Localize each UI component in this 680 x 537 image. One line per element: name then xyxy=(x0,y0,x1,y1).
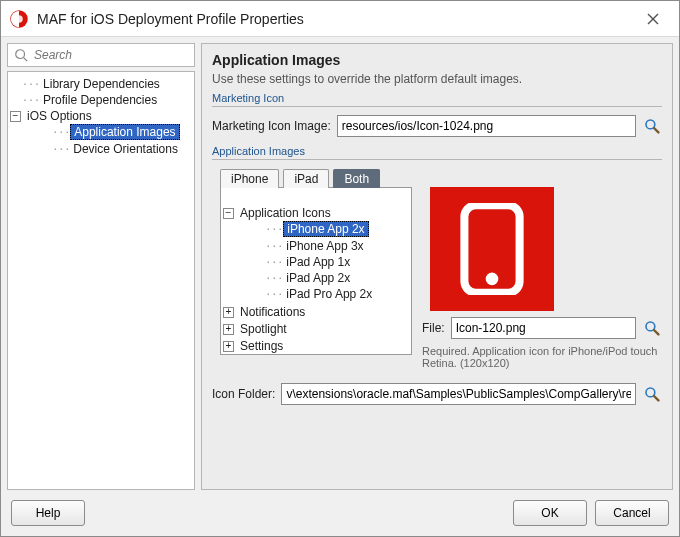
svg-point-9 xyxy=(486,273,499,286)
dialog-footer: Help OK Cancel xyxy=(1,490,679,536)
tab-iphone[interactable]: iPhone xyxy=(220,169,279,188)
close-button[interactable] xyxy=(635,1,671,37)
node-ipad-app-2x[interactable]: iPad App 2x xyxy=(283,271,353,285)
cancel-button[interactable]: Cancel xyxy=(595,500,669,526)
app-logo-icon xyxy=(9,9,29,29)
tab-ipad[interactable]: iPad xyxy=(283,169,329,188)
icon-preview xyxy=(430,187,554,311)
dialog-window: MAF for iOS Deployment Profile Propertie… xyxy=(0,0,680,537)
file-input[interactable] xyxy=(451,317,636,339)
browse-icon-folder-button[interactable] xyxy=(642,384,662,404)
svg-point-4 xyxy=(16,50,25,59)
node-iphone-app-3x[interactable]: iPhone App 3x xyxy=(283,239,366,253)
icon-folder-label: Icon Folder: xyxy=(212,387,275,401)
svg-point-1 xyxy=(15,15,23,23)
browse-file-button[interactable] xyxy=(642,318,662,338)
tree-collapse-icon[interactable]: − xyxy=(10,111,21,122)
nav-tree[interactable]: ···Library Dependencies ···Profile Depen… xyxy=(7,71,195,490)
nav-library-dependencies[interactable]: Library Dependencies xyxy=(40,77,163,91)
svg-line-13 xyxy=(654,396,658,400)
tree-expand-icon[interactable]: + xyxy=(223,341,234,352)
marketing-icon-input[interactable] xyxy=(337,115,636,137)
window-title: MAF for iOS Deployment Profile Propertie… xyxy=(37,11,635,27)
nav-application-images[interactable]: Application Images xyxy=(70,124,179,140)
nav-profile-dependencies[interactable]: Profile Dependencies xyxy=(40,93,160,107)
node-application-icons[interactable]: Application Icons xyxy=(237,206,334,220)
divider xyxy=(212,106,662,107)
tree-expand-icon[interactable]: + xyxy=(223,307,234,318)
file-label: File: xyxy=(422,321,445,335)
svg-line-11 xyxy=(654,330,658,334)
svg-line-5 xyxy=(24,58,28,62)
tab-both[interactable]: Both xyxy=(333,169,380,188)
search-input[interactable] xyxy=(32,47,188,63)
node-ipad-pro-app-2x[interactable]: iPad Pro App 2x xyxy=(283,287,375,301)
left-pane: ···Library Dependencies ···Profile Depen… xyxy=(7,43,195,490)
node-spotlight[interactable]: Spotlight xyxy=(237,322,290,336)
help-button[interactable]: Help xyxy=(11,500,85,526)
section-description: Use these settings to override the platf… xyxy=(212,72,662,86)
ok-button[interactable]: OK xyxy=(513,500,587,526)
node-notifications[interactable]: Notifications xyxy=(237,305,308,319)
icon-tree[interactable]: −Application Icons ···iPhone App 2x ···i… xyxy=(220,187,412,355)
node-settings[interactable]: Settings xyxy=(237,339,286,353)
file-note: Required. Application icon for iPhone/iP… xyxy=(422,345,662,369)
tree-expand-icon[interactable]: + xyxy=(223,324,234,335)
marketing-group-label: Marketing Icon xyxy=(212,92,662,104)
search-field[interactable] xyxy=(7,43,195,67)
app-images-group-label: Application Images xyxy=(212,145,662,157)
nav-ios-options[interactable]: iOS Options xyxy=(24,109,95,123)
divider xyxy=(212,159,662,160)
tree-collapse-icon[interactable]: − xyxy=(223,208,234,219)
search-icon xyxy=(14,48,28,62)
svg-line-7 xyxy=(654,128,658,132)
section-heading: Application Images xyxy=(212,52,662,68)
content-pane: Application Images Use these settings to… xyxy=(201,43,673,490)
device-tabs: iPhone iPad Both xyxy=(220,168,662,187)
browse-marketing-icon[interactable] xyxy=(642,116,662,136)
titlebar: MAF for iOS Deployment Profile Propertie… xyxy=(1,1,679,37)
icon-folder-input[interactable] xyxy=(281,383,636,405)
nav-device-orientations[interactable]: Device Orientations xyxy=(70,142,181,156)
node-ipad-app-1x[interactable]: iPad App 1x xyxy=(283,255,353,269)
node-iphone-app-2x[interactable]: iPhone App 2x xyxy=(283,221,368,237)
marketing-icon-label: Marketing Icon Image: xyxy=(212,119,331,133)
